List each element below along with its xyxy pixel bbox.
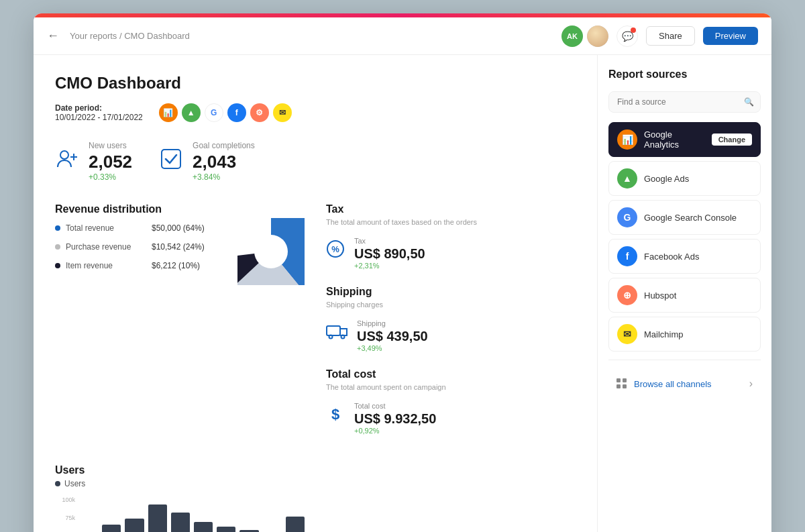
fb-icon: f: [227, 103, 246, 122]
new-users-change: +0.33%: [89, 172, 132, 182]
bar-10[interactable]: [286, 517, 305, 532]
legend-label-total: Total revenue: [66, 223, 146, 233]
legend-value-item: $6,212 (10%): [152, 261, 200, 270]
users-section: Users Users 100k75k50k25k0 0102030405060…: [55, 464, 305, 532]
page-title: CMO Dashboard: [55, 74, 576, 93]
source-item-facebook-ads[interactable]: fFacebook Ads: [608, 239, 761, 274]
header-actions: AK 💬 Share Preview: [561, 25, 758, 47]
source-name-5: Mailchimp: [644, 329, 752, 339]
shipping-section: Shipping Shipping charges: [326, 286, 576, 352]
notification-dot: [631, 28, 636, 33]
metric-new-users-info: New users 2,052 +0.33%: [89, 141, 132, 182]
bar-05[interactable]: [171, 513, 190, 532]
chart-legend-dot: [55, 481, 60, 486]
y-label: 100k: [55, 496, 75, 503]
share-button[interactable]: Share: [646, 26, 695, 46]
legend-item-total: Total revenue $50,000 (64%): [55, 223, 224, 233]
source-item-mailchimp[interactable]: ✉Mailchimp: [608, 317, 761, 352]
tax-icon: %: [326, 240, 345, 262]
ads-icon: ▲: [182, 103, 201, 122]
bar-03[interactable]: [125, 519, 144, 532]
svg-rect-3: [162, 150, 180, 168]
total-cost-section: Total cost The total amount spent on cam…: [326, 368, 576, 435]
source-icon-0: 📊: [617, 129, 637, 150]
search-input[interactable]: [608, 91, 761, 113]
total-cost-info: Total cost US$ 9.932,50 +0,92%: [354, 402, 436, 435]
tax-label: Tax: [354, 237, 425, 245]
total-cost-subtitle: The total amount spent on campaign: [326, 383, 576, 391]
sidebar: Report sources 🔍 📊Google AnalyticsChange…: [597, 55, 771, 532]
y-axis: 100k75k50k25k0: [55, 496, 75, 532]
source-item-google-search-console[interactable]: GGoogle Search Console: [608, 200, 761, 235]
legend-value-purchase: $10,542 (24%): [152, 242, 205, 252]
mailchimp-icon: ✉: [273, 103, 292, 122]
total-cost-title: Total cost: [326, 368, 576, 380]
source-item-google-ads[interactable]: ▲Google Ads: [608, 161, 761, 196]
svg-text:$: $: [331, 406, 339, 423]
search-box: 🔍: [608, 91, 761, 113]
browse-dot-2: [623, 378, 627, 382]
bar-06[interactable]: [194, 522, 213, 532]
shipping-subtitle: Shipping charges: [326, 301, 576, 309]
svg-point-0: [60, 151, 68, 159]
bar-04[interactable]: [148, 504, 167, 532]
goal-change: +3.84%: [193, 172, 255, 182]
source-icon-2: G: [617, 207, 637, 227]
svg-point-11: [329, 335, 333, 339]
bar-02[interactable]: [102, 525, 121, 532]
new-users-icon: [55, 147, 79, 176]
ga-icon: 📊: [159, 103, 178, 122]
chevron-right-icon: ›: [749, 378, 753, 390]
source-icon-5: ✉: [617, 324, 637, 344]
content-area: CMO Dashboard Date period: 10/01/2022 - …: [34, 55, 597, 532]
browse-all-button[interactable]: Browse all channels ›: [608, 368, 761, 390]
goal-completions-icon: [159, 147, 183, 176]
main-layout: CMO Dashboard Date period: 10/01/2022 - …: [34, 55, 771, 532]
total-cost-widget: $ Total cost US$ 9.932,50 +0,92%: [326, 402, 576, 435]
svg-point-12: [341, 335, 345, 339]
tax-subtitle: The total amount of taxes based on the o…: [326, 218, 576, 226]
source-item-google-analytics[interactable]: 📊Google AnalyticsChange: [608, 122, 761, 157]
goal-value: 2,043: [193, 152, 255, 172]
users-title: Users: [55, 464, 305, 476]
shipping-info: Shipping US$ 439,50 +3,49%: [357, 319, 428, 352]
g-icon: G: [205, 103, 223, 122]
metric-goal-completions: Goal completions 2,043 +3.84%: [159, 141, 255, 182]
legend-dot-total: [55, 225, 60, 231]
bar-07[interactable]: [217, 527, 235, 532]
source-name-2: Google Search Console: [644, 213, 752, 223]
source-name-0: Google Analytics: [644, 129, 705, 150]
preview-button[interactable]: Preview: [703, 27, 758, 45]
source-name-1: Google Ads: [644, 174, 752, 184]
browse-dot-3: [616, 384, 621, 388]
notification-button[interactable]: 💬: [616, 25, 638, 47]
change-button[interactable]: Change: [712, 134, 752, 146]
tax-info: Tax US$ 890,50 +2,31%: [354, 237, 425, 270]
tax-section: Tax The total amount of taxes based on t…: [326, 203, 576, 270]
shipping-value: US$ 439,50: [357, 329, 428, 344]
date-value: 10/01/2022 - 17/01/2022: [55, 113, 143, 122]
legend-label-item: Item revenue: [66, 261, 146, 270]
revenue-chart-area: Total revenue $50,000 (64%) Purchase rev…: [55, 218, 305, 285]
legend-label-purchase: Purchase revenue: [66, 242, 146, 252]
revenue-section: Revenue distribution Total revenue $50,0…: [55, 203, 305, 435]
legend-value-total: $50,000 (64%): [152, 223, 205, 233]
total-cost-label: Total cost: [354, 402, 436, 410]
source-item-hubspot[interactable]: ⊕Hubspot: [608, 278, 761, 313]
date-section: Date period: 10/01/2022 - 17/01/2022 📊 ▲…: [55, 103, 576, 122]
chart-legend-label: Users: [64, 479, 85, 488]
metric-goal-info: Goal completions 2,043 +3.84%: [193, 141, 255, 182]
goal-label: Goal completions: [193, 141, 255, 150]
browse-all-label: Browse all channels: [634, 379, 712, 389]
metric-new-users: New users 2,052 +0.33%: [55, 141, 132, 182]
browse-all-left: Browse all channels: [616, 378, 712, 389]
avatar-group: AK: [561, 25, 608, 47]
shipping-change: +3,49%: [357, 344, 428, 352]
y-label: 75k: [55, 515, 75, 521]
chart-legend: Users: [55, 479, 305, 488]
right-sections: Tax The total amount of taxes based on t…: [326, 203, 576, 435]
total-cost-change: +0,92%: [354, 427, 436, 435]
tax-widget: % Tax US$ 890,50 +2,31%: [326, 237, 576, 270]
back-button[interactable]: ←: [47, 29, 59, 43]
divider: [608, 360, 761, 360]
